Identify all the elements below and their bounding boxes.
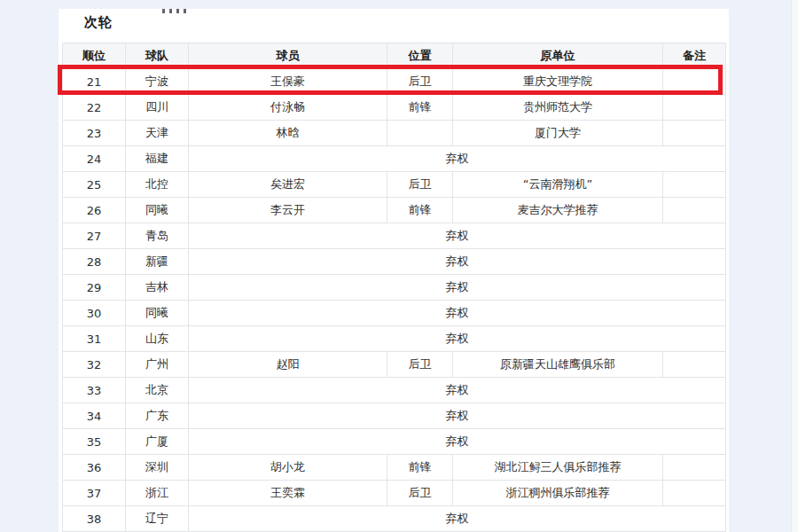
origin-cell: 贵州师范大学 xyxy=(453,95,663,121)
position-cell: 前锋 xyxy=(387,95,453,121)
pick-cell: 33 xyxy=(63,378,126,403)
player-cell: 赵阳 xyxy=(189,352,387,378)
pick-cell: 28 xyxy=(63,249,126,275)
forfeit-cell: 弃权 xyxy=(189,275,726,301)
note-cell xyxy=(663,352,726,378)
table-row: 25北控矣进宏后卫“云南滑翔机” xyxy=(63,172,726,198)
table-row: 29吉林弃权 xyxy=(63,275,726,301)
team-cell: 同曦 xyxy=(126,301,189,326)
note-cell xyxy=(663,481,726,506)
table-row: 26同曦李云开前锋麦吉尔大学推荐 xyxy=(63,198,726,223)
team-cell: 广厦 xyxy=(126,429,189,455)
table-row: 27青岛弃权 xyxy=(63,223,726,249)
position-cell: 后卫 xyxy=(387,481,453,506)
team-cell: 天津 xyxy=(126,121,189,146)
forfeit-cell: 弃权 xyxy=(189,146,726,172)
player-cell: 王俣豪 xyxy=(189,69,387,95)
content-area: 次轮 顺位球队球员位置原单位备注 21宁波王俣豪后卫重庆文理学院22四川付泳畅前… xyxy=(59,9,729,532)
pick-cell: 34 xyxy=(63,403,126,429)
position-cell: 后卫 xyxy=(387,69,453,95)
cutoff-text-remnant xyxy=(162,9,186,13)
team-cell: 广东 xyxy=(126,403,189,429)
forfeit-cell: 弃权 xyxy=(189,429,726,455)
pick-cell: 37 xyxy=(63,481,126,506)
player-cell: 胡小龙 xyxy=(189,455,387,481)
forfeit-cell: 弃权 xyxy=(189,223,726,249)
origin-cell: 原新疆天山雄鹰俱乐部 xyxy=(453,352,663,378)
team-cell: 同曦 xyxy=(126,198,189,223)
pick-cell: 32 xyxy=(63,352,126,378)
forfeit-cell: 弃权 xyxy=(189,506,726,532)
team-cell: 宁波 xyxy=(126,69,189,95)
team-cell: 深圳 xyxy=(126,455,189,481)
pick-cell: 22 xyxy=(63,95,126,121)
table-body: 21宁波王俣豪后卫重庆文理学院22四川付泳畅前锋贵州师范大学23天津林晗厦门大学… xyxy=(63,69,726,532)
table-row: 33北京弃权 xyxy=(63,378,726,403)
page-canvas: 次轮 顺位球队球员位置原单位备注 21宁波王俣豪后卫重庆文理学院22四川付泳畅前… xyxy=(0,0,798,532)
team-cell: 辽宁 xyxy=(126,506,189,532)
column-header-4: 原单位 xyxy=(453,43,663,69)
pick-cell: 31 xyxy=(63,326,126,352)
pick-cell: 29 xyxy=(63,275,126,301)
forfeit-cell: 弃权 xyxy=(189,403,726,429)
position-cell: 前锋 xyxy=(387,198,453,223)
forfeit-cell: 弃权 xyxy=(189,378,726,403)
team-cell: 浙江 xyxy=(126,481,189,506)
table-row: 38辽宁弃权 xyxy=(63,506,726,532)
section-title: 次轮 xyxy=(84,14,113,31)
column-header-1: 球队 xyxy=(126,43,189,69)
table-header: 顺位球队球员位置原单位备注 xyxy=(63,43,726,69)
column-header-5: 备注 xyxy=(663,43,726,69)
table-row: 23天津林晗厦门大学 xyxy=(63,121,726,146)
column-header-3: 位置 xyxy=(387,43,453,69)
team-cell: 青岛 xyxy=(126,223,189,249)
pick-cell: 27 xyxy=(63,223,126,249)
pick-cell: 35 xyxy=(63,429,126,455)
origin-cell: 浙江稠州俱乐部推荐 xyxy=(453,481,663,506)
pick-cell: 23 xyxy=(63,121,126,146)
origin-cell: 重庆文理学院 xyxy=(453,69,663,95)
origin-cell: 麦吉尔大学推荐 xyxy=(453,198,663,223)
table-row: 31山东弃权 xyxy=(63,326,726,352)
note-cell xyxy=(663,455,726,481)
pick-cell: 36 xyxy=(63,455,126,481)
draft-results-table: 顺位球队球员位置原单位备注 21宁波王俣豪后卫重庆文理学院22四川付泳畅前锋贵州… xyxy=(62,43,726,532)
column-header-2: 球员 xyxy=(189,43,387,69)
origin-cell: “云南滑翔机” xyxy=(453,172,663,198)
column-header-0: 顺位 xyxy=(63,43,126,69)
origin-cell: 厦门大学 xyxy=(453,121,663,146)
table-row: 34广东弃权 xyxy=(63,403,726,429)
player-cell: 付泳畅 xyxy=(189,95,387,121)
team-cell: 吉林 xyxy=(126,275,189,301)
player-cell: 林晗 xyxy=(189,121,387,146)
player-cell: 王奕霖 xyxy=(189,481,387,506)
pick-cell: 26 xyxy=(63,198,126,223)
note-cell xyxy=(663,198,726,223)
pick-cell: 24 xyxy=(63,146,126,172)
team-cell: 广州 xyxy=(126,352,189,378)
player-cell: 李云开 xyxy=(189,198,387,223)
forfeit-cell: 弃权 xyxy=(189,249,726,275)
team-cell: 山东 xyxy=(126,326,189,352)
player-cell: 矣进宏 xyxy=(189,172,387,198)
table-row: 37浙江王奕霖后卫浙江稠州俱乐部推荐 xyxy=(63,481,726,506)
team-cell: 新疆 xyxy=(126,249,189,275)
position-cell: 后卫 xyxy=(387,352,453,378)
table-row: 30同曦弃权 xyxy=(63,301,726,326)
team-cell: 福建 xyxy=(126,146,189,172)
table-row: 28新疆弃权 xyxy=(63,249,726,275)
forfeit-cell: 弃权 xyxy=(189,326,726,352)
table-row: 22四川付泳畅前锋贵州师范大学 xyxy=(63,95,726,121)
vertical-scrollbar[interactable] xyxy=(791,0,798,532)
header-row: 顺位球队球员位置原单位备注 xyxy=(63,43,726,69)
note-cell xyxy=(663,121,726,146)
position-cell: 前锋 xyxy=(387,455,453,481)
pick-cell: 25 xyxy=(63,172,126,198)
team-cell: 北控 xyxy=(126,172,189,198)
position-cell xyxy=(387,121,453,146)
table-row: 36深圳胡小龙前锋湖北江鲟三人俱乐部推荐 xyxy=(63,455,726,481)
position-cell: 后卫 xyxy=(387,172,453,198)
forfeit-cell: 弃权 xyxy=(189,301,726,326)
table-row-highlighted: 21宁波王俣豪后卫重庆文理学院 xyxy=(63,69,726,95)
note-cell xyxy=(663,69,726,95)
